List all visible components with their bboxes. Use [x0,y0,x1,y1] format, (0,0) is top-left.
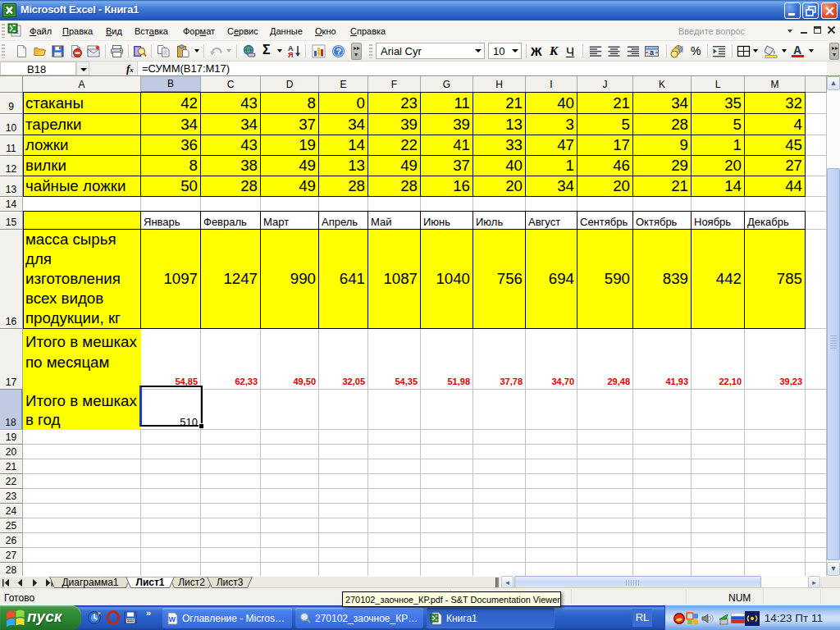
svg-text:Лист1: Лист1 [135,577,164,588]
svg-text:Я: Я [288,51,293,58]
svg-text:W: W [169,615,176,623]
svg-text:a: a [650,48,654,57]
svg-text:Лист2: Лист2 [178,577,205,588]
svg-text:Диаграмма1: Диаграмма1 [62,577,118,588]
svg-text:Лист3: Лист3 [217,577,244,588]
svg-text:?: ? [336,47,342,57]
